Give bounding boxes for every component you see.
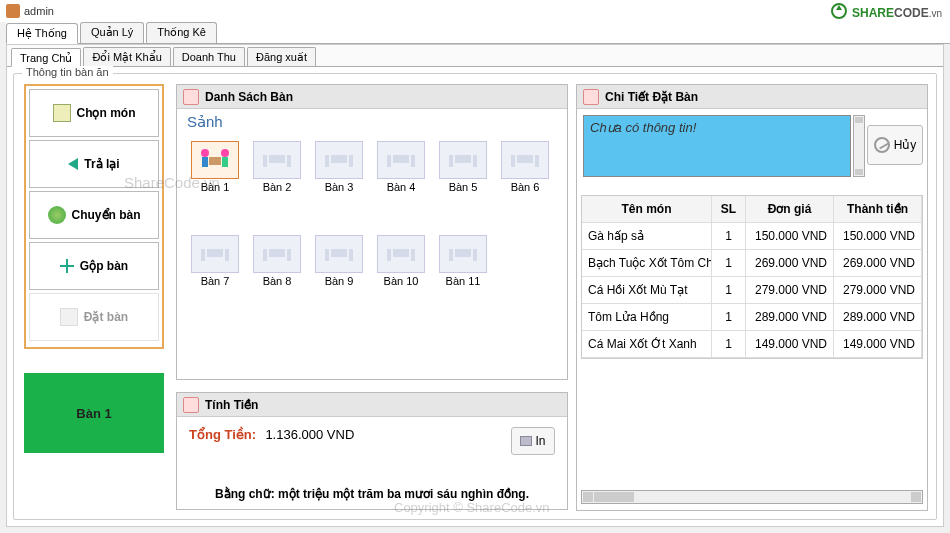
svg-rect-1	[209, 157, 221, 165]
table-cell[interactable]: Bàn 1	[187, 141, 243, 193]
svg-rect-22	[201, 249, 205, 261]
table-empty-icon	[439, 141, 487, 179]
svg-rect-10	[325, 155, 329, 167]
sub-tab-3[interactable]: Đăng xuất	[247, 47, 316, 66]
svg-rect-6	[269, 155, 285, 163]
table-row[interactable]: Cá Hồi Xốt Mù Tạt1279.000 VND279.000 VND	[582, 277, 922, 304]
table-row[interactable]: Tôm Lửa Hồng1289.000 VND289.000 VND	[582, 304, 922, 331]
svg-rect-17	[473, 155, 477, 167]
cancel-icon	[874, 137, 890, 153]
svg-rect-33	[455, 249, 471, 257]
svg-rect-12	[393, 155, 409, 163]
app-icon	[6, 4, 20, 18]
svg-rect-19	[511, 155, 515, 167]
sidebar-btn-menu[interactable]: Chọn món	[29, 89, 159, 137]
svg-rect-34	[449, 249, 453, 261]
table-empty-icon	[315, 235, 363, 273]
sub-tab-1[interactable]: Đổi Mật Khẩu	[83, 47, 170, 66]
table-row[interactable]: Gà hấp sả1150.000 VND150.000 VND	[582, 223, 922, 250]
sidebar-btn-back[interactable]: Trả lại	[29, 140, 159, 188]
svg-rect-15	[455, 155, 471, 163]
table-empty-icon	[439, 235, 487, 273]
right-column: Chi Tiết Đặt Bàn Chưa có thông tin! Hủy …	[576, 84, 928, 511]
detail-icon	[583, 89, 599, 105]
table-name: Bàn 3	[311, 181, 367, 193]
tables-panel: Danh Sách Bàn Sảnh Bàn 1Bàn 2Bàn 3Bàn 4B…	[176, 84, 568, 380]
sidebar-btn-label: Gộp bàn	[80, 259, 128, 273]
table-cell[interactable]: Bàn 10	[373, 235, 429, 287]
svg-rect-8	[287, 155, 291, 167]
svg-rect-27	[331, 249, 347, 257]
svg-rect-20	[535, 155, 539, 167]
svg-rect-28	[325, 249, 329, 261]
reservation-message[interactable]: Chưa có thông tin!	[583, 115, 851, 177]
svg-rect-9	[331, 155, 347, 163]
svg-rect-3	[202, 157, 208, 167]
total-label: Tổng Tiền:	[189, 427, 256, 442]
printer-icon	[520, 436, 532, 446]
top-tab-1[interactable]: Quản Lý	[80, 22, 144, 43]
table-cell[interactable]: Bàn 2	[249, 141, 305, 193]
top-tab-2[interactable]: Thống Kê	[146, 22, 217, 43]
svg-rect-13	[387, 155, 391, 167]
svg-rect-35	[473, 249, 477, 261]
table-cell[interactable]: Bàn 6	[497, 141, 553, 193]
tables-panel-header: Danh Sách Bàn	[177, 85, 567, 109]
table-cell[interactable]: Bàn 9	[311, 235, 367, 287]
table-name: Bàn 9	[311, 275, 367, 287]
sidebar-btn-label: Chuyển bàn	[72, 208, 141, 222]
sidebar-btn-move[interactable]: Chuyển bàn	[29, 191, 159, 239]
sidebar: Chọn mónTrả lạiChuyển bànGộp bànĐặt bàn …	[24, 84, 164, 453]
table-empty-icon	[315, 141, 363, 179]
table-occupied-icon	[191, 141, 239, 179]
groupbox-label: Thông tin bàn ăn	[22, 66, 113, 78]
svg-rect-14	[411, 155, 415, 167]
detail-panel-title: Chi Tiết Đặt Bàn	[605, 90, 698, 104]
current-table-badge: Bàn 1	[24, 373, 164, 453]
sidebar-btn-label: Chọn món	[77, 106, 136, 120]
back-icon	[68, 158, 78, 170]
svg-rect-7	[263, 155, 267, 167]
svg-rect-5	[222, 157, 228, 167]
table-cell[interactable]: Bàn 5	[435, 141, 491, 193]
groupbox-main: Thông tin bàn ăn Chọn mónTrả lạiChuyển b…	[13, 73, 937, 520]
top-tabstrip: Hệ ThốngQuản LýThống Kê	[6, 22, 950, 44]
svg-rect-24	[269, 249, 285, 257]
svg-rect-21	[207, 249, 223, 257]
list-icon	[183, 89, 199, 105]
table-name: Bàn 11	[435, 275, 491, 287]
total-value: 1.136.000 VND	[265, 427, 354, 442]
titlebar: admin SHARECODE.vn	[0, 0, 950, 22]
svg-rect-23	[225, 249, 229, 261]
detail-panel: Chi Tiết Đặt Bàn Chưa có thông tin! Hủy …	[576, 84, 928, 511]
tables-panel-title: Danh Sách Bàn	[205, 90, 293, 104]
tables-grid: Bàn 1Bàn 2Bàn 3Bàn 4Bàn 5Bàn 6Bàn 7Bàn 8…	[177, 135, 567, 293]
svg-rect-16	[449, 155, 453, 167]
table-empty-icon	[253, 141, 301, 179]
money-panel-header: Tính Tiền	[177, 393, 567, 417]
sidebar-btn-merge[interactable]: Gộp bàn	[29, 242, 159, 290]
brand-logo: SHARECODE.vn	[830, 2, 942, 20]
table-empty-icon	[501, 141, 549, 179]
table-row[interactable]: Bạch Tuộc Xốt Tôm Chua1269.000 VND269.00…	[582, 250, 922, 277]
hall-label: Sảnh	[177, 109, 567, 135]
table-cell[interactable]: Bàn 7	[187, 235, 243, 287]
table-cell[interactable]: Bàn 8	[249, 235, 305, 287]
top-tab-0[interactable]: Hệ Thống	[6, 23, 78, 44]
sub-tab-0[interactable]: Trang Chủ	[11, 48, 81, 67]
detail-hscrollbar[interactable]	[581, 490, 923, 504]
sub-tab-2[interactable]: Doanh Thu	[173, 47, 245, 66]
table-name: Bàn 10	[373, 275, 429, 287]
amount-in-words: Bằng chữ: một triệu một trăm ba mươi sáu…	[177, 487, 567, 501]
table-name: Bàn 4	[373, 181, 429, 193]
sidebar-btn-book: Đặt bàn	[29, 293, 159, 341]
print-button[interactable]: In	[511, 427, 555, 455]
svg-rect-11	[349, 155, 353, 167]
table-cell[interactable]: Bàn 4	[373, 141, 429, 193]
message-scrollbar[interactable]	[853, 115, 865, 177]
table-cell[interactable]: Bàn 11	[435, 235, 491, 287]
table-cell[interactable]: Bàn 3	[311, 141, 367, 193]
table-row[interactable]: Cá Mai Xốt Ớt Xanh1149.000 VND149.000 VN…	[582, 331, 922, 358]
cancel-button[interactable]: Hủy	[867, 125, 923, 165]
svg-rect-31	[387, 249, 391, 261]
